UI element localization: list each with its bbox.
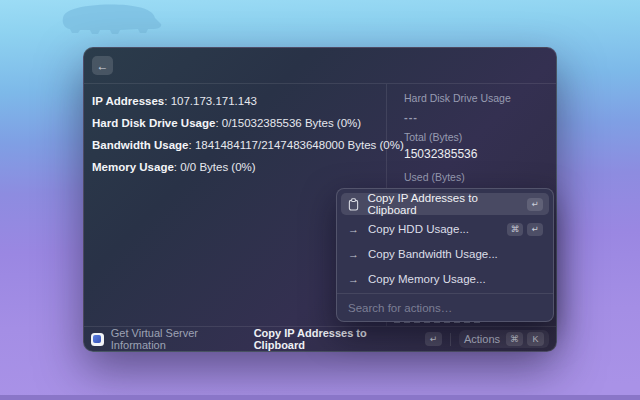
actions-button[interactable]: Actions ⌘ K <box>459 330 549 348</box>
back-button[interactable]: ← <box>92 56 113 75</box>
primary-action-button[interactable]: Copy IP Addresses to Clipboard ↵ <box>254 327 442 351</box>
metadata-label-total: Total (Bytes) <box>404 131 557 143</box>
arrow-right-icon: → <box>347 273 360 285</box>
status-bar: Get Virtual Server Information Copy IP A… <box>84 326 556 351</box>
detail-value: 0/0 Bytes (0%) <box>180 161 255 173</box>
k-key-icon: K <box>527 332 544 346</box>
metadata-value-total: 15032385536 <box>404 147 557 161</box>
detail-value: 1841484117/2147483648000 Bytes (0%) <box>195 139 404 151</box>
menu-item-label: Copy HDD Usage... <box>368 223 469 235</box>
metadata-title: Hard Disk Drive Usage <box>404 92 557 104</box>
server-detail-panel: IP Addresses: 107.173.171.143 Hard Disk … <box>92 95 380 183</box>
extension-app-icon <box>91 333 104 346</box>
window-header: ← <box>84 48 556 83</box>
metadata-label-used: Used (Bytes) <box>404 171 557 183</box>
return-key-icon: ↵ <box>527 198 543 211</box>
detail-label: Bandwidth Usage <box>92 139 188 151</box>
arrow-right-icon: → <box>347 223 360 235</box>
detail-label: Hard Disk Drive Usage <box>92 117 215 129</box>
detail-label: IP Addresses <box>92 95 164 107</box>
detail-line-bandwidth: Bandwidth Usage: 1841484117/214748364800… <box>92 139 380 152</box>
menu-item-label: Copy Bandwidth Usage... <box>368 248 498 260</box>
detail-line-ip: IP Addresses: 107.173.171.143 <box>92 95 380 108</box>
actions-search-input[interactable] <box>348 302 542 314</box>
detail-value: 0/15032385536 Bytes (0%) <box>222 117 361 129</box>
clipboard-icon <box>347 198 359 211</box>
menu-item-copy-ip[interactable]: Copy IP Addresses to Clipboard ↵ <box>341 193 549 215</box>
menu-item-copy-hdd[interactable]: → Copy HDD Usage... ⌘ ↵ <box>341 218 549 240</box>
back-arrow-icon: ← <box>97 60 109 72</box>
metadata-separator: --- <box>404 111 557 123</box>
arrow-right-icon: → <box>347 248 360 260</box>
return-key-icon: ↵ <box>425 332 442 346</box>
detail-line-hdd: Hard Disk Drive Usage: 0/15032385536 Byt… <box>92 117 380 130</box>
actions-menu-popup: Copy IP Addresses to Clipboard ↵ → Copy … <box>336 188 554 322</box>
menu-item-label: Copy IP Addresses to Clipboard <box>367 192 523 216</box>
menu-item-label: Copy Memory Usage... <box>368 273 486 285</box>
detail-line-memory: Memory Usage: 0/0 Bytes (0%) <box>92 161 380 174</box>
detail-value: 107.173.171.143 <box>171 95 257 107</box>
detail-label: Memory Usage <box>92 161 174 173</box>
menu-item-copy-bandwidth[interactable]: → Copy Bandwidth Usage... <box>341 243 549 265</box>
desktop-wallpaper: ← IP Addresses: 107.173.171.143 Hard Dis… <box>0 0 640 400</box>
primary-action-label: Copy IP Addresses to Clipboard <box>254 327 418 351</box>
actions-button-label: Actions <box>464 333 500 345</box>
wallpaper-animal-silhouette <box>60 2 164 36</box>
command-key-icon: ⌘ <box>507 223 523 236</box>
return-key-icon: ↵ <box>527 223 543 236</box>
command-title: Get Virtual Server Information <box>111 327 254 351</box>
statusbar-divider <box>450 333 451 346</box>
menu-item-copy-memory[interactable]: → Copy Memory Usage... <box>341 268 549 290</box>
command-key-icon: ⌘ <box>506 332 523 346</box>
